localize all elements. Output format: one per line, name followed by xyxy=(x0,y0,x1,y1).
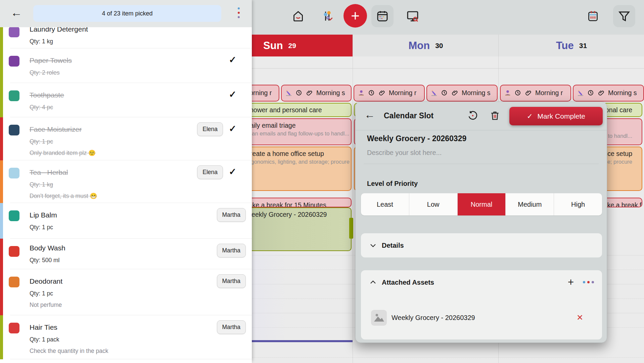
day-name: Sun xyxy=(263,40,283,52)
home-icon[interactable] xyxy=(287,5,309,27)
category-bar xyxy=(0,203,3,239)
calendar-slot-modal: ← Calendar Slot ✓ Mark Complete Weekly G… xyxy=(355,102,607,343)
list-item[interactable]: Tea - Herbal Qty: 1 kg Don't forget, its… xyxy=(0,160,252,203)
attached-assets-label: Attached Assets xyxy=(382,279,434,286)
priority-option-medium[interactable]: Medium xyxy=(506,193,554,215)
clock-icon xyxy=(587,89,595,97)
divider xyxy=(356,130,607,130)
hair-ties-icon xyxy=(9,323,19,333)
day-header-row: Sun 29 Mon 30 Tue 31 xyxy=(207,35,644,57)
checked-icon: ✓ xyxy=(229,166,236,177)
list-item[interactable]: Lip Balm Qty: 1 pc Martha xyxy=(0,203,252,239)
item-name: Paper Towels xyxy=(30,56,252,65)
checked-icon: ✓ xyxy=(229,123,236,134)
paperclip-icon xyxy=(525,89,532,97)
laundry-detergent-icon xyxy=(9,27,19,37)
screen-search-icon[interactable] xyxy=(402,5,424,27)
slot-title[interactable]: Weekly Grocery - 20260329 xyxy=(367,134,466,143)
assignee-badge[interactable]: Martha xyxy=(217,320,246,334)
priority-option-normal[interactable]: Normal xyxy=(458,193,506,215)
calendar-view-icon[interactable] xyxy=(371,5,394,27)
history-icon[interactable] xyxy=(466,109,479,122)
slide-icon xyxy=(577,89,584,97)
item-note: Not perfume xyxy=(30,301,252,309)
modal-title: Calendar Slot xyxy=(384,111,433,120)
clock-icon xyxy=(514,89,522,97)
paperclip-icon xyxy=(598,89,605,97)
list-item[interactable]: Deodorant Qty: 1 pc Not perfume Martha xyxy=(0,269,252,315)
image-thumbnail-icon xyxy=(371,310,387,326)
slide-icon xyxy=(430,89,438,97)
priority-option-low[interactable]: Low xyxy=(409,193,458,215)
list-item[interactable]: Toothpaste Qty: 4 pc ✓ xyxy=(0,83,252,117)
list-item[interactable]: Hair Ties Qty: 1 pack Check the quantity… xyxy=(0,315,252,359)
priority-segmented-control: Least Low Normal Medium High xyxy=(361,193,602,215)
slot-description-input[interactable]: Describe your slot here... xyxy=(367,149,442,157)
schedule-icon[interactable] xyxy=(582,5,604,27)
event-chip-morning-skincare[interactable]: Morning s xyxy=(573,85,644,102)
details-label: Details xyxy=(382,242,404,249)
column-divider xyxy=(353,56,353,363)
app-root: + Sun 29 Mon 30 Tue 31 xyxy=(0,0,644,363)
list-item[interactable]: Face Moisturizer Qty: 1 pc Only branded … xyxy=(0,117,252,160)
add-asset-button[interactable]: + xyxy=(568,277,574,287)
day-name: Mon xyxy=(408,40,430,52)
mark-complete-label: Mark Complete xyxy=(538,112,585,120)
clock-icon xyxy=(295,89,303,97)
priority-option-high[interactable]: High xyxy=(554,193,602,215)
panel-back-icon[interactable]: ← xyxy=(11,7,22,18)
item-name: Laundry Detergent xyxy=(30,27,252,33)
mark-complete-button[interactable]: ✓ Mark Complete xyxy=(509,107,603,125)
event-chip-morning-routine[interactable]: Morning r xyxy=(500,85,571,102)
filters-icon[interactable] xyxy=(317,5,339,27)
filter-funnel-icon[interactable] xyxy=(613,5,635,27)
item-qty: Qty: 1 kg xyxy=(30,181,252,188)
picked-count-pill[interactable]: 4 of 23 item picked xyxy=(33,5,221,22)
assignee-badge[interactable]: Martha xyxy=(217,274,246,288)
attached-assets-header[interactable]: Attached Assets + xyxy=(361,270,602,294)
category-bar xyxy=(0,48,3,83)
item-qty: Qty: 4 pc xyxy=(30,104,252,111)
chevron-down-icon xyxy=(370,243,376,248)
event-chip-morning-skincare[interactable]: Morning s xyxy=(281,85,352,102)
assignee-badge[interactable]: Martha xyxy=(217,244,246,257)
event-chip-morning-routine[interactable]: Morning r xyxy=(354,85,425,102)
body-wash-icon xyxy=(9,246,19,257)
assignee-badge[interactable]: Martha xyxy=(217,208,246,222)
day-number: 29 xyxy=(288,42,296,50)
remove-asset-icon[interactable]: ✕ xyxy=(577,313,583,322)
trash-icon[interactable] xyxy=(489,109,501,122)
asset-menu-icon[interactable] xyxy=(583,281,594,283)
event-chip-morning-skincare[interactable]: Morning s xyxy=(426,85,498,102)
event-resize-handle[interactable] xyxy=(349,218,353,239)
list-item[interactable]: Body Wash Qty: 500 ml Martha xyxy=(0,239,252,269)
assignee-badge[interactable]: Elena xyxy=(197,122,223,136)
item-qty: Qty: 1 pack xyxy=(30,336,252,343)
allday-divider xyxy=(207,68,644,69)
assignee-badge[interactable]: Elena xyxy=(197,165,223,179)
asset-row[interactable]: Weekly Grocery - 20260329 ✕ xyxy=(366,305,597,330)
item-qty: Qty: 1 pc xyxy=(30,224,252,231)
category-bar xyxy=(0,160,3,203)
person-desk-icon xyxy=(358,89,365,97)
checked-icon: ✓ xyxy=(229,54,236,65)
add-button[interactable]: + xyxy=(343,4,367,28)
details-section[interactable]: Details xyxy=(361,233,602,257)
more-menu-icon[interactable] xyxy=(238,7,240,18)
item-note: Only branded item plz 🙂 xyxy=(30,150,252,157)
list-item[interactable]: Paper Towels Qty: 2 roles ✓ xyxy=(0,48,252,83)
item-list: Laundry Detergent Qty: 1 kg Paper Towels… xyxy=(0,27,252,363)
category-bar xyxy=(0,117,3,160)
modal-back-icon[interactable]: ← xyxy=(364,109,375,120)
item-note: Check the quantity in the pack xyxy=(30,348,252,355)
day-header-mon: Mon 30 xyxy=(353,35,499,56)
face-moisturizer-icon xyxy=(9,125,19,135)
deodorant-icon xyxy=(9,277,19,287)
list-item[interactable]: Laundry Detergent Qty: 1 kg xyxy=(0,27,252,48)
priority-option-least[interactable]: Least xyxy=(361,193,409,215)
attached-assets-section: Attached Assets + Weekly Grocery - 20260… xyxy=(361,270,602,339)
item-qty: Qty: 500 ml xyxy=(30,257,252,264)
chip-label: Morning s xyxy=(316,89,345,97)
item-qty: Qty: 1 pc xyxy=(30,290,252,297)
day-number: 30 xyxy=(435,42,443,50)
